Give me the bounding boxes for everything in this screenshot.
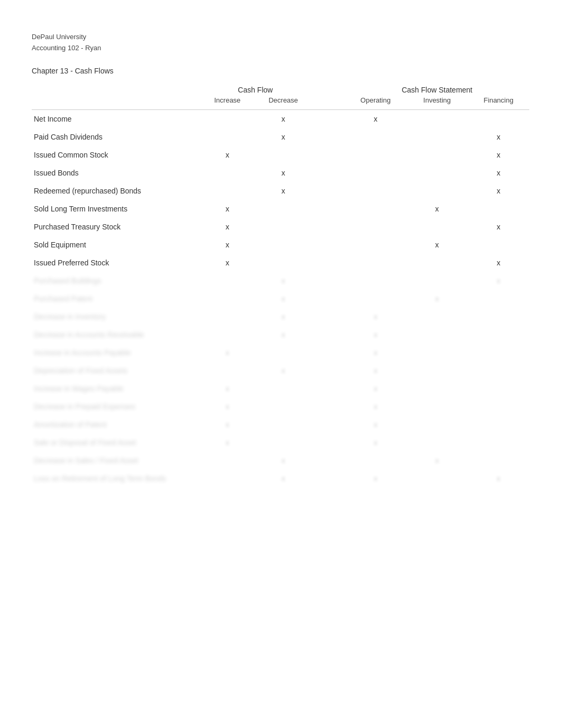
label-header: [32, 86, 200, 96]
row-decrease: x: [255, 272, 311, 290]
row-label: Purchased Buildings: [32, 272, 200, 290]
row-financing: [468, 416, 529, 434]
row-increase: x: [200, 398, 256, 416]
row-investing: [406, 362, 467, 380]
row-financing: x: [468, 469, 529, 487]
row-investing: x: [406, 236, 467, 254]
table-row: Decrease in Accounts Receivablexx: [32, 326, 529, 344]
row-decrease: [255, 344, 311, 362]
table-row: Issued Bondsxx: [32, 164, 529, 182]
row-increase: x: [200, 236, 256, 254]
row-label: Decrease in Prepaid Expenses: [32, 398, 200, 416]
row-financing: x: [468, 272, 529, 290]
row-financing: [468, 290, 529, 308]
row-operating: x: [345, 326, 406, 344]
row-label: Decrease in Inventory: [32, 308, 200, 326]
row-investing: [406, 326, 467, 344]
row-investing: [406, 109, 467, 128]
row-label: Decrease in Sales / Fixed Asset: [32, 451, 200, 469]
row-decrease: [255, 218, 311, 236]
row-increase: [200, 469, 256, 487]
row-label: Decrease in Accounts Receivable: [32, 326, 200, 344]
row-increase: x: [200, 200, 256, 218]
row-financing: [468, 380, 529, 398]
row-gap: [311, 146, 345, 164]
row-financing: [468, 434, 529, 451]
table-row: Paid Cash Dividendsxx: [32, 128, 529, 146]
row-operating: x: [345, 109, 406, 128]
row-financing: [468, 344, 529, 362]
university-name: DePaul University: [32, 32, 529, 43]
row-decrease: [255, 380, 311, 398]
row-investing: [406, 344, 467, 362]
table-row: Depreciation of Fixed Assetsxx: [32, 362, 529, 380]
row-gap: [311, 416, 345, 434]
row-financing: x: [468, 218, 529, 236]
table-row: Sold Long Term Investmentsxx: [32, 200, 529, 218]
row-decrease: x: [255, 182, 311, 200]
row-decrease: x: [255, 290, 311, 308]
main-table: Cash Flow Cash Flow Statement Increase D…: [32, 86, 529, 487]
cashflow-section-header: Cash Flow: [200, 86, 312, 96]
row-label: Sold Equipment: [32, 236, 200, 254]
table-row: Loss on Retirement of Long Term Bondsxxx: [32, 469, 529, 487]
row-financing: [468, 308, 529, 326]
row-label: Paid Cash Dividends: [32, 128, 200, 146]
row-increase: [200, 362, 256, 380]
row-investing: [406, 254, 467, 272]
row-label: Redeemed (repurchased) Bonds: [32, 182, 200, 200]
row-increase: [200, 290, 256, 308]
row-decrease: x: [255, 451, 311, 469]
row-financing: [468, 451, 529, 469]
row-decrease: x: [255, 469, 311, 487]
table-row: Purchased Buildingsxx: [32, 272, 529, 290]
row-gap: [311, 362, 345, 380]
table-row: Increase in Wages Payablexx: [32, 380, 529, 398]
row-gap: [311, 344, 345, 362]
row-financing: x: [468, 182, 529, 200]
row-increase: x: [200, 344, 256, 362]
row-investing: x: [406, 290, 467, 308]
row-decrease: x: [255, 326, 311, 344]
row-investing: [406, 308, 467, 326]
row-gap: [311, 218, 345, 236]
row-operating: x: [345, 344, 406, 362]
row-gap: [311, 236, 345, 254]
row-operating: x: [345, 469, 406, 487]
table-row: Decrease in Prepaid Expensesxx: [32, 398, 529, 416]
row-operating: x: [345, 416, 406, 434]
row-investing: x: [406, 451, 467, 469]
row-operating: [345, 218, 406, 236]
row-increase: x: [200, 218, 256, 236]
row-increase: x: [200, 146, 256, 164]
row-increase: [200, 308, 256, 326]
row-gap: [311, 380, 345, 398]
row-gap: [311, 290, 345, 308]
row-investing: [406, 380, 467, 398]
row-increase: [200, 451, 256, 469]
row-gap: [311, 164, 345, 182]
row-decrease: x: [255, 128, 311, 146]
table-row: Purchased Patentxx: [32, 290, 529, 308]
gap-header: [311, 86, 345, 96]
row-label: Issued Common Stock: [32, 146, 200, 164]
row-decrease: [255, 434, 311, 451]
row-gap: [311, 398, 345, 416]
row-increase: [200, 128, 256, 146]
row-increase: [200, 182, 256, 200]
row-label: Net Income: [32, 109, 200, 128]
row-label: Purchased Treasury Stock: [32, 218, 200, 236]
chapter-title: Chapter 13 - Cash Flows: [32, 67, 529, 75]
table-row: Sold Equipmentxx: [32, 236, 529, 254]
row-label: Amortization of Patent: [32, 416, 200, 434]
row-operating: x: [345, 434, 406, 451]
row-gap: [311, 254, 345, 272]
row-financing: x: [468, 164, 529, 182]
row-investing: [406, 128, 467, 146]
col-decrease-header: Decrease: [255, 96, 311, 110]
row-label: Sold Long Term Investments: [32, 200, 200, 218]
row-decrease: [255, 398, 311, 416]
row-operating: [345, 182, 406, 200]
row-gap: [311, 451, 345, 469]
col-label-header: [32, 96, 200, 110]
